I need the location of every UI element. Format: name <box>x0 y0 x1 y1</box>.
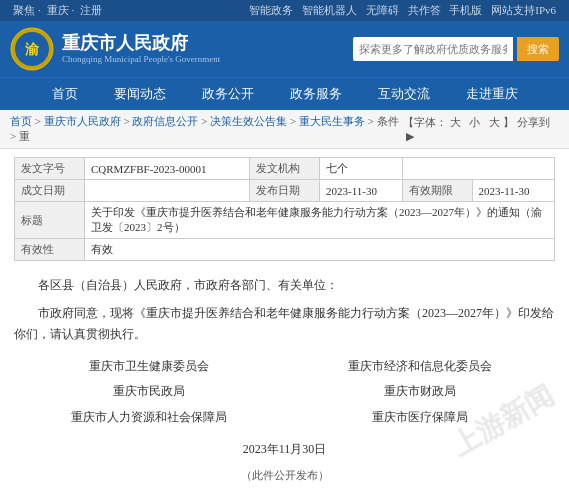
signatory-3-right: 重庆市医疗保障局 <box>298 407 541 429</box>
header: 渝 重庆市人民政府 Chongqing Municipal People's G… <box>0 21 569 77</box>
value-doc-number: CQRMZFBF-2023-00001 <box>85 158 250 180</box>
table-row: 有效性 有效 <box>15 239 555 261</box>
robot-link[interactable]: 智能机器人 <box>302 4 357 16</box>
ipv6-link[interactable]: 网站支持IPv6 <box>491 4 556 16</box>
doc-info-table: 发文字号 CQRMZFBF-2023-00001 发文机构 七个 成文日期 发布… <box>14 157 555 261</box>
nav-chongqing[interactable]: 走进重庆 <box>448 78 536 110</box>
breadcrumb-bar: 首页 > 重庆市人民政府 > 政府信息公开 > 决策生效公告集 > 重大民生事务… <box>0 110 569 149</box>
doc-date: 2023年11月30日 <box>14 439 555 461</box>
nav-openness[interactable]: 政务公开 <box>184 78 272 110</box>
sign-row-3: 重庆市人力资源和社会保障局 重庆市医疗保障局 <box>14 407 555 429</box>
gov-emblem-icon: 渝 <box>10 27 54 71</box>
logo-area: 渝 重庆市人民政府 Chongqing Municipal People's G… <box>10 27 220 71</box>
value-write-date <box>85 180 250 202</box>
search-button[interactable]: 搜索 <box>517 37 559 61</box>
intro-paragraph: 市政府同意，现将《重庆市提升医养结合和老年健康服务能力行动方案（2023—202… <box>14 303 555 346</box>
share-icon[interactable]: ▶ <box>406 130 414 142</box>
focus-link[interactable]: 聚焦 <box>13 4 35 16</box>
svg-text:渝: 渝 <box>25 42 40 57</box>
public-note: （此件公开发布） <box>14 466 555 486</box>
mobile-link[interactable]: 手机版 <box>449 4 482 16</box>
top-bar-right: 智能政务 智能机器人 无障碍 共作答 手机版 网站支持IPv6 <box>246 3 559 18</box>
label-title: 标题 <box>15 202 85 239</box>
value-publish-date: 2023-11-30 <box>320 180 402 202</box>
gov-title-cn: 重庆市人民政府 <box>62 33 220 55</box>
table-row: 发文字号 CQRMZFBF-2023-00001 发文机构 七个 <box>15 158 555 180</box>
label-doc-number: 发文字号 <box>15 158 85 180</box>
nav-home[interactable]: 首页 <box>34 78 96 110</box>
signatory-1-left: 重庆市卫生健康委员会 <box>28 356 271 378</box>
value-status: 有效 <box>85 239 555 261</box>
signatory-1-right: 重庆市经济和信息化委员会 <box>298 356 541 378</box>
value-issuer: 七个 <box>320 158 402 180</box>
value-validity: 2023-11-30 <box>472 180 555 202</box>
collab-link[interactable]: 共作答 <box>408 4 441 16</box>
signatory-2-left: 重庆市民政局 <box>28 381 271 403</box>
accessible-link[interactable]: 无障碍 <box>366 4 399 16</box>
salutation: 各区县（自治县）人民政府，市政府各部门、有关单位： <box>14 275 555 297</box>
label-issuer: 发文机构 <box>250 158 320 180</box>
font-size-control: 【字体：大 小 大】 分享到 ▶ <box>403 115 560 143</box>
nav-news[interactable]: 要闻动态 <box>96 78 184 110</box>
sign-row-2: 重庆市民政局 重庆市财政局 <box>14 381 555 403</box>
table-row: 成文日期 发布日期 2023-11-30 有效期限 2023-11-30 <box>15 180 555 202</box>
search-area: 搜索 <box>353 37 559 61</box>
label-publish-date: 发布日期 <box>250 180 320 202</box>
breadcrumb-decisions[interactable]: 决策生效公告集 <box>210 115 287 127</box>
register-link[interactable]: 注册 <box>80 4 102 16</box>
signatory-2-right: 重庆市财政局 <box>298 381 541 403</box>
label-write-date: 成文日期 <box>15 180 85 202</box>
main-text-body: 各区县（自治县）人民政府，市政府各部门、有关单位： 市政府同意，现将《重庆市提升… <box>14 271 555 500</box>
breadcrumb: 首页 > 重庆市人民政府 > 政府信息公开 > 决策生效公告集 > 重大民生事务… <box>10 114 403 144</box>
main-nav: 首页 要闻动态 政务公开 政务服务 互动交流 走进重庆 <box>0 77 569 110</box>
search-input[interactable] <box>353 37 513 61</box>
content-area: 发文字号 CQRMZFBF-2023-00001 发文机构 七个 成文日期 发布… <box>0 149 569 500</box>
font-small[interactable]: 小 <box>469 116 480 128</box>
gov-title-en: Chongqing Municipal People's Government <box>62 54 220 65</box>
font-large[interactable]: 大 <box>450 116 461 128</box>
breadcrumb-home[interactable]: 首页 <box>10 115 32 127</box>
breadcrumb-livelihood[interactable]: 重大民生事务 <box>299 115 365 127</box>
nav-service[interactable]: 政务服务 <box>272 78 360 110</box>
table-row: 标题 关于印发《重庆市提升医养结合和老年健康服务能力行动方案（2023—2027… <box>15 202 555 239</box>
nav-exchange[interactable]: 互动交流 <box>360 78 448 110</box>
label-status: 有效性 <box>15 239 85 261</box>
font-default[interactable]: 大 <box>489 116 500 128</box>
value-title: 关于印发《重庆市提升医养结合和老年健康服务能力行动方案（2023—2027年）》… <box>85 202 555 239</box>
breadcrumb-info[interactable]: 政府信息公开 <box>132 115 198 127</box>
label-validity: 有效期限 <box>402 180 472 202</box>
top-bar: 聚焦· 重庆· 注册 智能政务 智能机器人 无障碍 共作答 手机版 网站支持IP… <box>0 0 569 21</box>
breadcrumb-gov[interactable]: 重庆市人民政府 <box>44 115 121 127</box>
signatory-block: 重庆市卫生健康委员会 重庆市经济和信息化委员会 重庆市民政局 重庆市财政局 重庆… <box>14 356 555 429</box>
signatory-3-left: 重庆市人力资源和社会保障局 <box>28 407 271 429</box>
chongqing-link[interactable]: 重庆 <box>47 4 69 16</box>
sign-row-1: 重庆市卫生健康委员会 重庆市经济和信息化委员会 <box>14 356 555 378</box>
smart-gov-link[interactable]: 智能政务 <box>249 4 293 16</box>
top-bar-left: 聚焦· 重庆· 注册 <box>10 3 105 18</box>
